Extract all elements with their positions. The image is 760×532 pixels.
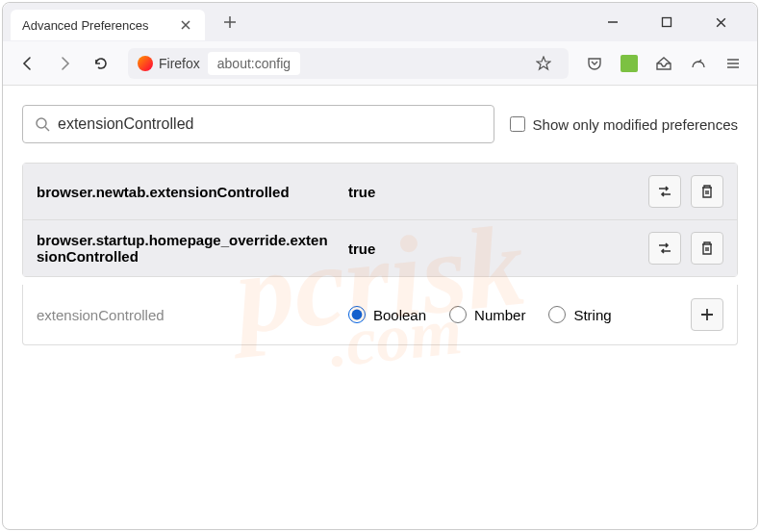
add-button[interactable] xyxy=(691,298,723,331)
inbox-icon[interactable] xyxy=(649,49,678,78)
radio-label: String xyxy=(573,307,611,323)
radio-boolean[interactable]: Boolean xyxy=(348,306,426,323)
navigation-toolbar: Firefox about:config xyxy=(3,41,757,86)
delete-button[interactable] xyxy=(691,175,723,208)
radio-label: Boolean xyxy=(373,307,426,323)
new-pref-row: extensionControlled Boolean Number Strin… xyxy=(22,285,738,345)
pref-row: browser.startup.homepage_override.extens… xyxy=(23,220,737,276)
checkbox-label-text: Show only modified preferences xyxy=(533,116,738,133)
radio-number[interactable]: Number xyxy=(449,306,525,323)
url-bar[interactable]: Firefox about:config xyxy=(128,48,569,79)
pref-row: browser.newtab.extensionControlled true xyxy=(23,164,737,220)
pref-name: browser.startup.homepage_override.extens… xyxy=(37,232,335,265)
url-text: about:config xyxy=(208,52,300,75)
menu-icon[interactable] xyxy=(719,49,747,78)
svg-rect-0 xyxy=(663,18,671,27)
tab-bar: Advanced Preferences xyxy=(3,3,757,41)
pref-actions xyxy=(648,232,723,265)
bookmark-star-icon[interactable] xyxy=(528,48,559,79)
reload-button[interactable] xyxy=(86,48,116,79)
toggle-button[interactable] xyxy=(648,175,681,208)
pref-name: browser.newtab.extensionControlled xyxy=(37,184,335,200)
svg-point-1 xyxy=(37,118,46,128)
maximize-button[interactable] xyxy=(649,5,684,39)
content-area: Show only modified preferences browser.n… xyxy=(3,86,757,365)
delete-button[interactable] xyxy=(691,232,723,265)
radio-label: Number xyxy=(474,307,525,323)
pref-value: true xyxy=(348,184,635,200)
pref-value: true xyxy=(348,241,635,257)
pocket-icon[interactable] xyxy=(580,49,609,78)
radio-string[interactable]: String xyxy=(548,306,611,323)
brand-label: Firefox xyxy=(159,56,200,71)
minimize-button[interactable] xyxy=(595,5,630,39)
search-box xyxy=(22,105,494,143)
toggle-button[interactable] xyxy=(648,232,681,265)
close-tab-icon[interactable] xyxy=(178,17,193,33)
firefox-icon xyxy=(138,56,153,71)
close-window-button[interactable] xyxy=(703,5,738,39)
dashboard-icon[interactable] xyxy=(684,49,713,78)
preferences-table: browser.newtab.extensionControlled true … xyxy=(22,163,738,277)
pref-actions xyxy=(648,175,723,208)
window-controls xyxy=(595,5,749,39)
new-tab-button[interactable] xyxy=(216,9,243,36)
radio-string-input[interactable] xyxy=(548,306,566,323)
search-input[interactable] xyxy=(58,115,482,133)
radio-number-input[interactable] xyxy=(449,306,467,323)
search-icon xyxy=(35,116,50,132)
new-pref-name: extensionControlled xyxy=(37,307,335,323)
url-brand: Firefox xyxy=(138,56,200,71)
show-modified-checkbox-label[interactable]: Show only modified preferences xyxy=(510,116,738,133)
extension-icon[interactable] xyxy=(615,49,644,78)
window-frame: Advanced Preferences xyxy=(2,2,758,530)
radio-boolean-input[interactable] xyxy=(348,306,366,323)
browser-tab[interactable]: Advanced Preferences xyxy=(11,10,205,40)
toolbar-right xyxy=(580,49,747,78)
back-button[interactable] xyxy=(13,48,43,79)
type-radio-group: Boolean Number String xyxy=(348,306,677,323)
search-row: Show only modified preferences xyxy=(22,105,738,143)
show-modified-checkbox[interactable] xyxy=(510,116,525,132)
tab-title: Advanced Preferences xyxy=(22,18,149,33)
forward-button[interactable] xyxy=(49,48,80,79)
